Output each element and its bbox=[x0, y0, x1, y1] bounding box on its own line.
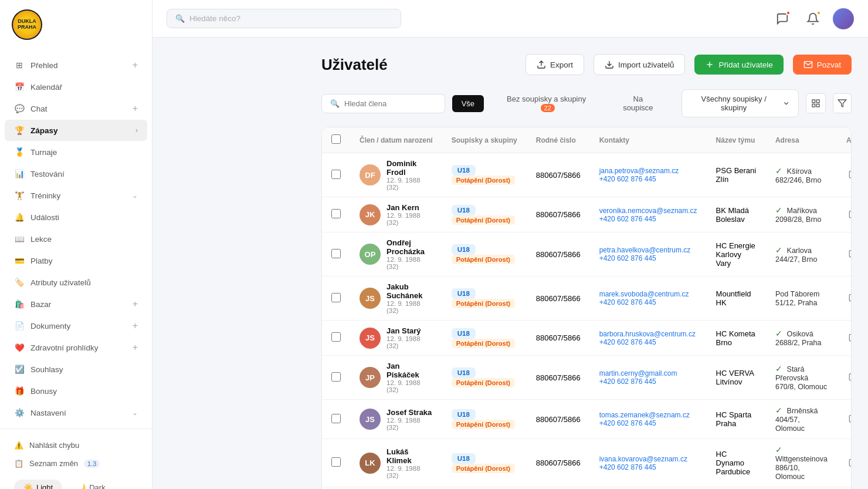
sidebar-item-turnaje[interactable]: 🥇 Turnaje bbox=[5, 141, 147, 163]
tab-without-badge: 22 bbox=[541, 104, 555, 112]
tab-all[interactable]: Vše bbox=[452, 95, 484, 112]
list-icon: 📋 bbox=[14, 459, 23, 468]
sidebar-item-prehled[interactable]: ⊞ Přehled + bbox=[5, 55, 147, 76]
row-checkbox-2[interactable] bbox=[331, 249, 341, 258]
phone-link-0[interactable]: +420 602 876 445 bbox=[599, 175, 697, 183]
edit-button-1[interactable] bbox=[846, 207, 852, 222]
sidebar-item-atributy[interactable]: 🏷️ Atributy uživatelů bbox=[5, 272, 147, 293]
plus-icon-zdravotni[interactable]: + bbox=[133, 342, 138, 353]
sidebar-item-kalendar[interactable]: 📅 Kalendář bbox=[5, 76, 147, 97]
grid-view-button[interactable] bbox=[806, 93, 826, 113]
invite-button[interactable]: Pozvat bbox=[793, 55, 852, 75]
row-checkbox-7[interactable] bbox=[331, 457, 341, 467]
import-button[interactable]: Import uživatelů bbox=[594, 54, 685, 75]
sidebar-item-lekce[interactable]: 📖 Lekce bbox=[5, 228, 147, 249]
rc-cell-3: 880607/5866 bbox=[527, 276, 590, 321]
edit-button-0[interactable] bbox=[846, 167, 852, 183]
changelog-item[interactable]: 📋 Seznam změn 1.3 bbox=[9, 454, 143, 473]
email-link-5[interactable]: martin.cerny@gmail.com bbox=[599, 369, 697, 377]
select-all-checkbox[interactable] bbox=[331, 134, 341, 144]
tab-without-roster[interactable]: Bez soupisky a skupiny 22 bbox=[491, 90, 602, 116]
tab-on-roster[interactable]: Na soupisce bbox=[609, 90, 667, 116]
notifications-button[interactable] bbox=[802, 8, 823, 29]
sidebar-item-nastaveni[interactable]: ⚙️ Nastavení ⌄ bbox=[5, 402, 147, 423]
edit-button-3[interactable] bbox=[846, 291, 852, 306]
email-link-0[interactable]: jana.petrova@seznam.cz bbox=[599, 167, 697, 175]
sidebar-item-bazar[interactable]: 🛍️ Bazar + bbox=[5, 294, 147, 315]
grid-icon: ⊞ bbox=[14, 60, 25, 70]
edit-button-5[interactable] bbox=[846, 370, 852, 385]
phone-link-5[interactable]: +420 602 876 445 bbox=[599, 377, 697, 386]
roster-dropdown[interactable]: Všechny soupisky / skupiny bbox=[681, 89, 799, 117]
table-row: VJ Václav Jankovský 12. 9. 1988 (32) U18… bbox=[322, 487, 852, 490]
svg-rect-5 bbox=[816, 100, 819, 103]
email-link-7[interactable]: ivana.kovarova@seznam.cz bbox=[599, 455, 697, 463]
phone-link-7[interactable]: +420 602 876 445 bbox=[599, 463, 697, 471]
theme-dark-button[interactable]: 🌙 Dark bbox=[67, 480, 114, 489]
page-title: Uživatelé bbox=[321, 56, 516, 74]
chart-icon: 📊 bbox=[14, 168, 25, 179]
sidebar-item-bonusy[interactable]: 🎁 Bonusy bbox=[5, 380, 147, 402]
plus-icon-dokumenty[interactable]: + bbox=[133, 321, 138, 331]
add-user-button[interactable]: Přidat uživatele bbox=[694, 55, 783, 75]
row-checkbox-5[interactable] bbox=[331, 372, 341, 382]
theme-light-button[interactable]: ☀️ Light bbox=[14, 480, 62, 489]
email-link-6[interactable]: tomas.zemanek@seznam.cz bbox=[599, 411, 697, 419]
phone-link-6[interactable]: +420 602 876 445 bbox=[599, 419, 697, 427]
sidebar-item-souhlasy[interactable]: ☑️ Souhlasy bbox=[5, 359, 147, 380]
sidebar-item-dokumenty[interactable]: 📄 Dokumenty + bbox=[5, 315, 147, 336]
sidebar-item-platby[interactable]: 💳 Platby bbox=[5, 250, 147, 271]
user-avatar-button[interactable] bbox=[833, 8, 854, 29]
search-bar[interactable]: 🔍 bbox=[167, 9, 401, 28]
report-error-item[interactable]: ⚠️ Nahlásit chybu bbox=[9, 436, 143, 454]
member-dob-7: 12. 9. 1988 (32) bbox=[386, 465, 433, 479]
member-name-5: Jan Piskáček bbox=[386, 362, 433, 379]
tag-u18-1: U18 bbox=[452, 205, 476, 215]
moon-icon: 🌙 bbox=[76, 483, 86, 489]
verified-icon: ✓ bbox=[775, 329, 782, 338]
sidebar-item-zapasy[interactable]: 🏆 Zápasy › bbox=[5, 120, 147, 141]
sidebar-item-udalosti[interactable]: 🔔 Události bbox=[5, 207, 147, 228]
email-link-4[interactable]: barbora.hruskova@centrum.cz bbox=[599, 330, 697, 338]
phone-link-1[interactable]: +420 602 876 445 bbox=[599, 215, 697, 223]
col-rc: Rodné číslo bbox=[527, 127, 590, 153]
logo[interactable]: DUKLAPRAHA bbox=[0, 0, 152, 49]
actions-cell-7 bbox=[846, 456, 852, 471]
changelog-badge: 1.3 bbox=[84, 460, 100, 468]
messages-button[interactable] bbox=[772, 8, 793, 29]
verified-icon: ✓ bbox=[775, 445, 782, 454]
row-checkbox-6[interactable] bbox=[331, 414, 341, 423]
sidebar-item-zdravotni[interactable]: ❤️ Zdravotní prohlídky + bbox=[5, 337, 147, 358]
plus-icon-prehled[interactable]: + bbox=[133, 60, 138, 70]
search-input[interactable] bbox=[189, 14, 392, 23]
plus-icon-chat[interactable]: + bbox=[133, 103, 138, 114]
email-link-3[interactable]: marek.svoboda@centrum.cz bbox=[599, 290, 697, 298]
row-checkbox-4[interactable] bbox=[331, 332, 341, 342]
member-search[interactable]: 🔍 bbox=[321, 94, 445, 113]
sidebar-item-chat[interactable]: 💬 Chat + bbox=[5, 98, 147, 119]
topbar: 🔍 bbox=[152, 0, 868, 38]
edit-button-7[interactable] bbox=[846, 456, 852, 471]
member-avatar-6: JS bbox=[360, 409, 381, 430]
member-cell-1: JK Jan Kern 12. 9. 1988 (32) bbox=[360, 203, 433, 226]
export-button[interactable]: Export bbox=[525, 54, 584, 75]
edit-button-4[interactable] bbox=[846, 331, 852, 346]
phone-link-4[interactable]: +420 602 876 445 bbox=[599, 338, 697, 346]
filter-row: 🔍 Vše Bez soupisky a skupiny 22 Na soupi… bbox=[321, 89, 852, 117]
row-checkbox-0[interactable] bbox=[331, 170, 341, 179]
row-checkbox-1[interactable] bbox=[331, 209, 341, 218]
email-link-2[interactable]: petra.havelkova@centrum.cz bbox=[599, 246, 697, 254]
sidebar-item-treninky[interactable]: 🏋️ Tréninky ⌄ bbox=[5, 185, 147, 206]
avatar-initials-7: LK bbox=[360, 453, 381, 474]
email-link-1[interactable]: veronika.nemcova@seznam.cz bbox=[599, 207, 697, 215]
phone-link-2[interactable]: +420 602 876 445 bbox=[599, 254, 697, 262]
plus-icon-bazar[interactable]: + bbox=[133, 299, 138, 309]
filter-button[interactable] bbox=[833, 93, 852, 113]
sidebar-item-testovani[interactable]: 📊 Testování bbox=[5, 163, 147, 184]
member-search-input[interactable] bbox=[344, 99, 443, 108]
search-icon-filter: 🔍 bbox=[330, 99, 340, 108]
phone-link-3[interactable]: +420 602 876 445 bbox=[599, 298, 697, 306]
edit-button-6[interactable] bbox=[846, 412, 852, 427]
row-checkbox-3[interactable] bbox=[331, 293, 341, 302]
edit-button-2[interactable] bbox=[846, 247, 852, 262]
